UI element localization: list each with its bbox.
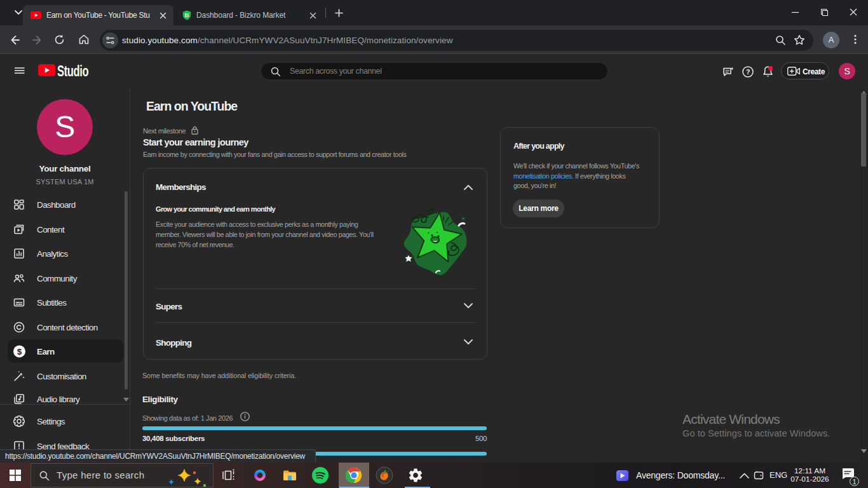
svg-text:$: $ (17, 347, 22, 356)
svg-text:?: ? (746, 68, 750, 76)
svg-text:B: B (185, 12, 189, 18)
